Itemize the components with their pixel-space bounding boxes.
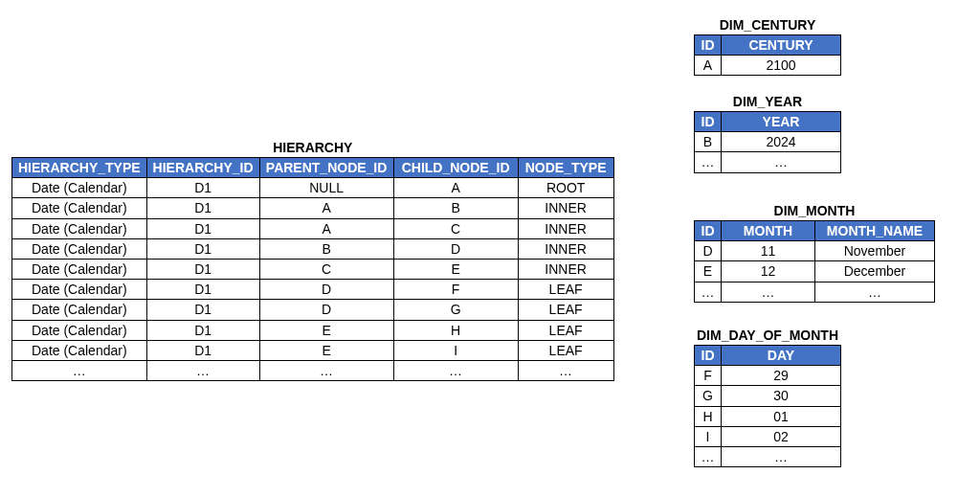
col-day: DAY (722, 346, 841, 366)
table-row: E12December (695, 261, 935, 282)
table-cell: D1 (146, 238, 259, 259)
table-cell: A (259, 218, 393, 238)
table-cell: A (695, 56, 722, 76)
table-cell: … (815, 282, 935, 302)
table-cell: INNER (518, 259, 613, 279)
table-row: Date (Calendar)D1EILEAF (12, 340, 614, 360)
month-header-row: ID MONTH MONTH_NAME (695, 221, 935, 241)
table-cell: 29 (722, 366, 841, 386)
table-cell: … (722, 446, 841, 466)
table-row: ……… (695, 282, 935, 302)
dim-month-table: ID MONTH MONTH_NAME D11NovemberE12Decemb… (694, 220, 935, 303)
table-cell: A (393, 178, 518, 198)
table-cell: 30 (722, 386, 841, 406)
table-cell: I (695, 426, 722, 446)
col-id: ID (695, 112, 722, 132)
table-row: G30 (695, 386, 841, 406)
table-cell: ROOT (518, 178, 613, 198)
table-row: H01 (695, 406, 841, 426)
table-cell: F (393, 280, 518, 300)
table-cell: 2024 (722, 132, 841, 152)
table-cell: C (259, 259, 393, 279)
dim-century-block: DIM_CENTURY ID CENTURY A2100 (694, 17, 841, 76)
table-cell: D1 (146, 280, 259, 300)
table-cell: D (393, 238, 518, 259)
table-cell: B (393, 198, 518, 218)
table-cell: E (259, 340, 393, 360)
table-row: Date (Calendar)D1DFLEAF (12, 280, 614, 300)
col-id: ID (695, 221, 722, 241)
table-cell: 01 (722, 406, 841, 426)
table-cell: … (722, 152, 841, 172)
table-cell: INNER (518, 238, 613, 259)
table-cell: Date (Calendar) (12, 218, 147, 238)
hierarchy-table: HIERARCHY_TYPE HIERARCHY_ID PARENT_NODE_… (11, 157, 614, 381)
table-cell: C (393, 218, 518, 238)
table-cell: Date (Calendar) (12, 238, 147, 259)
table-cell: H (393, 320, 518, 340)
dim-year-title: DIM_YEAR (694, 94, 841, 109)
table-row: Date (Calendar)D1DGLEAF (12, 300, 614, 320)
table-cell: 2100 (722, 56, 841, 76)
col-id: ID (695, 346, 722, 366)
table-cell: Date (Calendar) (12, 280, 147, 300)
table-cell: … (695, 446, 722, 466)
table-row: F29 (695, 366, 841, 386)
table-cell: G (695, 386, 722, 406)
table-cell: B (695, 132, 722, 152)
dim-day-block: DIM_DAY_OF_MONTH ID DAY F29G30H01I02…… (694, 328, 841, 467)
col-year: YEAR (722, 112, 841, 132)
table-cell: F (695, 366, 722, 386)
table-cell: Date (Calendar) (12, 340, 147, 360)
table-row: …………… (12, 360, 614, 380)
col-hierarchy-type: HIERARCHY_TYPE (12, 158, 147, 178)
table-cell: … (518, 360, 613, 380)
table-cell: D (259, 300, 393, 320)
table-cell: LEAF (518, 340, 613, 360)
table-row: Date (Calendar)D1CEINNER (12, 259, 614, 279)
table-row: …… (695, 152, 841, 172)
table-cell: E (695, 261, 722, 282)
table-cell: Date (Calendar) (12, 320, 147, 340)
hierarchy-header-row: HIERARCHY_TYPE HIERARCHY_ID PARENT_NODE_… (12, 158, 614, 178)
dim-century-title: DIM_CENTURY (694, 17, 841, 33)
dim-year-table: ID YEAR B2024…… (694, 111, 841, 173)
table-cell: D (259, 280, 393, 300)
table-cell: D1 (146, 178, 259, 198)
col-hierarchy-id: HIERARCHY_ID (146, 158, 259, 178)
dim-day-table: ID DAY F29G30H01I02…… (694, 345, 841, 467)
table-row: Date (Calendar)D1EHLEAF (12, 320, 614, 340)
col-child-node-id: CHILD_NODE_ID (393, 158, 518, 178)
table-cell: … (259, 360, 393, 380)
table-cell: 02 (722, 426, 841, 446)
table-cell: D1 (146, 198, 259, 218)
table-cell: H (695, 406, 722, 426)
table-cell: Date (Calendar) (12, 259, 147, 279)
hierarchy-table-block: HIERARCHY HIERARCHY_TYPE HIERARCHY_ID PA… (11, 140, 614, 381)
table-cell: D (695, 241, 722, 261)
year-header-row: ID YEAR (695, 112, 841, 132)
dim-month-title: DIM_MONTH (694, 203, 935, 218)
day-header-row: ID DAY (695, 346, 841, 366)
col-month: MONTH (722, 221, 815, 241)
col-parent-node-id: PARENT_NODE_ID (259, 158, 393, 178)
table-cell: Date (Calendar) (12, 178, 147, 198)
table-cell: D1 (146, 340, 259, 360)
table-row: …… (695, 446, 841, 466)
table-cell: … (146, 360, 259, 380)
table-cell: Date (Calendar) (12, 300, 147, 320)
table-cell: A (259, 198, 393, 218)
table-cell: November (815, 241, 935, 261)
col-id: ID (695, 35, 722, 56)
table-cell: G (393, 300, 518, 320)
table-cell: D1 (146, 300, 259, 320)
hierarchy-title: HIERARCHY (11, 140, 614, 155)
col-month-name: MONTH_NAME (815, 221, 935, 241)
table-row: Date (Calendar)D1ACINNER (12, 218, 614, 238)
table-cell: 12 (722, 261, 815, 282)
table-row: B2024 (695, 132, 841, 152)
col-century: CENTURY (722, 35, 841, 56)
table-cell: LEAF (518, 280, 613, 300)
table-cell: INNER (518, 198, 613, 218)
dim-century-table: ID CENTURY A2100 (694, 34, 841, 76)
